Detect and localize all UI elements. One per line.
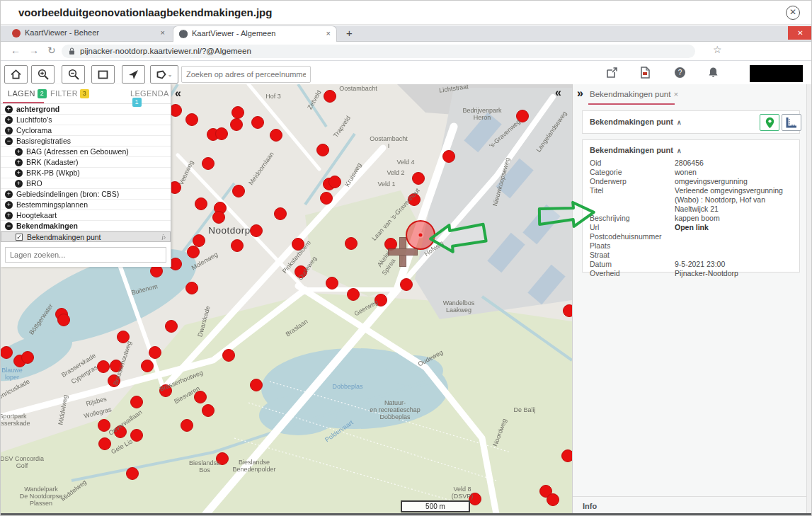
announcement-marker[interactable] <box>202 157 215 170</box>
help-icon[interactable]: ? <box>674 67 686 81</box>
announcement-marker[interactable] <box>270 129 282 142</box>
announcement-marker[interactable] <box>251 116 264 129</box>
open-link[interactable]: Open link <box>675 223 799 232</box>
reload-icon[interactable]: ↻ <box>47 45 56 56</box>
feature-title[interactable]: Bekendmakingen punt∧ <box>590 146 682 154</box>
announcement-marker[interactable] <box>57 314 70 326</box>
expand-layer-icon[interactable]: + <box>5 201 13 209</box>
identify-arrow-icon[interactable]: i› <box>161 232 166 243</box>
announcement-marker[interactable] <box>230 118 243 131</box>
pdf-export-icon[interactable] <box>640 67 651 81</box>
layer-item-luchtfoto-s[interactable]: +Luchtfoto's <box>1 115 171 125</box>
viewer-close-icon[interactable]: ✕ <box>786 6 800 20</box>
layer-search-input[interactable] <box>5 247 166 263</box>
layer-item-cyclorama[interactable]: +Cyclorama <box>1 125 171 136</box>
expand-layer-icon[interactable]: + <box>5 105 13 113</box>
layer-item-bag-adressen-en-gebouwen-[interactable]: +BAG (Adressen en Gebouwen) <box>1 147 171 157</box>
measure-button[interactable] <box>782 114 801 131</box>
expand-layer-icon[interactable]: + <box>5 212 13 219</box>
panel-scrollbar[interactable] <box>806 84 812 514</box>
announcement-marker[interactable] <box>141 360 154 372</box>
expand-layer-icon[interactable]: + <box>15 159 23 166</box>
tab-filter[interactable]: FILTER3 <box>50 89 89 98</box>
layer-item-hoogtekaart[interactable]: +Hoogtekaart <box>1 210 171 221</box>
announcement-marker[interactable] <box>328 176 341 188</box>
announcement-marker[interactable] <box>326 277 338 289</box>
search-input[interactable] <box>181 66 311 83</box>
window-close-button[interactable]: ✕ <box>788 26 812 40</box>
announcement-marker[interactable] <box>165 320 178 333</box>
announcement-marker[interactable] <box>547 493 559 506</box>
announcement-marker[interactable] <box>97 360 110 373</box>
tab-close-icon[interactable]: × <box>326 29 331 38</box>
announcement-marker[interactable] <box>231 239 244 252</box>
announcement-marker[interactable] <box>195 197 207 210</box>
layer-item-bekendmakingen-punt[interactable]: ✓Bekendmakingen punti› <box>1 231 171 242</box>
announcement-marker[interactable] <box>250 379 263 391</box>
expand-layer-icon[interactable]: + <box>5 116 13 124</box>
announcement-marker[interactable] <box>345 237 358 250</box>
announcement-marker[interactable] <box>202 404 215 417</box>
announcement-marker[interactable] <box>222 349 235 362</box>
zoom-to-location-button[interactable] <box>760 114 779 131</box>
zoom-extent-button[interactable] <box>91 65 115 84</box>
layer-item-basisregistraties[interactable]: −Basisregistraties <box>1 136 171 147</box>
announcement-marker[interactable] <box>21 351 34 364</box>
announcement-marker[interactable] <box>231 106 244 119</box>
collapse-sidebar-icon[interactable]: « <box>175 87 181 100</box>
expand-layer-icon[interactable]: + <box>15 180 23 188</box>
announcement-marker[interactable] <box>232 185 245 197</box>
announcement-marker[interactable] <box>215 127 228 140</box>
bookmark-star-icon[interactable]: ☆ <box>713 44 722 55</box>
tab-close-icon[interactable]: × <box>161 28 165 37</box>
layer-item-bro[interactable]: +BRO <box>1 178 171 189</box>
panel-tab-close-icon[interactable]: × <box>673 90 678 98</box>
announcement-marker[interactable] <box>181 419 193 432</box>
announcement-marker[interactable] <box>274 207 287 220</box>
announcement-marker[interactable] <box>185 113 198 126</box>
announcement-marker[interactable] <box>316 144 329 156</box>
collapse-panel-icon[interactable]: « <box>555 86 561 99</box>
collapse-layer-icon[interactable]: − <box>5 137 13 145</box>
announcement-marker[interactable] <box>347 288 360 301</box>
home-button[interactable] <box>4 65 28 84</box>
zoom-in-button[interactable] <box>31 65 55 84</box>
select-shape-button[interactable]: ⌄ <box>150 65 178 84</box>
open-external-icon[interactable] <box>606 67 618 81</box>
forward-icon[interactable]: → <box>29 45 39 56</box>
browser-tab-beheer[interactable]: KaartViewer - Beheer × <box>6 25 171 42</box>
announcement-marker[interactable] <box>400 278 413 291</box>
browser-tab-algemeen[interactable]: KaartViewer - Algemeen × <box>173 25 337 42</box>
announcement-marker[interactable] <box>126 467 139 480</box>
tab-lagen[interactable]: LAGEN2 <box>8 89 47 98</box>
expand-layer-icon[interactable]: + <box>15 169 23 177</box>
layer-item-brk-kadaster-[interactable]: +BRK (Kadaster) <box>1 157 171 168</box>
zoom-out-button[interactable] <box>62 65 85 84</box>
announcement-marker[interactable] <box>412 172 425 185</box>
announcement-marker[interactable] <box>563 304 572 317</box>
back-icon[interactable]: ← <box>11 45 21 56</box>
expand-layer-icon[interactable]: + <box>5 190 13 198</box>
layer-item-achtergrond[interactable]: +achtergrond <box>1 104 171 115</box>
announcement-marker[interactable] <box>130 396 143 408</box>
layer-checkbox[interactable]: ✓ <box>16 234 23 241</box>
announcement-marker[interactable] <box>561 449 572 462</box>
announcement-marker[interactable] <box>442 150 455 163</box>
announcement-marker[interactable] <box>187 246 200 258</box>
locate-button[interactable] <box>122 65 145 84</box>
feature-group-title[interactable]: Bekendmakingen punt∧ <box>590 117 682 126</box>
announcement-marker[interactable] <box>212 211 225 224</box>
expand-layer-icon[interactable]: + <box>15 148 23 156</box>
announcement-marker[interactable] <box>320 192 333 205</box>
expand-panel-icon[interactable]: » <box>577 87 583 100</box>
layer-item-gebiedsindelingen-bron-cbs-[interactable]: +Gebiedsindelingen (bron: CBS) <box>1 189 171 200</box>
announcement-marker[interactable] <box>98 437 111 450</box>
layer-item-bekendmakingen[interactable]: −Bekendmakingen <box>1 221 171 231</box>
announcement-marker[interactable] <box>149 346 161 359</box>
collapse-layer-icon[interactable]: − <box>5 222 13 230</box>
announcement-marker[interactable] <box>130 429 143 442</box>
announcement-marker[interactable] <box>185 282 198 294</box>
layer-item-bestemmingsplannen[interactable]: +Bestemmingsplannen <box>1 200 171 210</box>
notifications-bell-icon[interactable] <box>708 67 719 81</box>
expand-layer-icon[interactable]: + <box>5 127 13 134</box>
